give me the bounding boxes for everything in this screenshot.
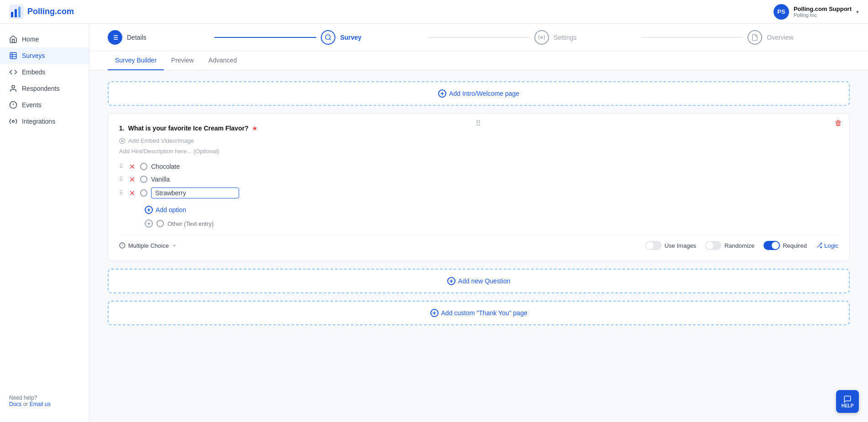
other-option-row: + Other (Text entry) <box>145 219 838 228</box>
survey-content: + Add Intro/Welcome page ⠿ 🗑 1. What is … <box>89 70 868 422</box>
user-name: Polling.com Support <box>794 5 852 12</box>
option-row-strawberry: ⠿ ✕ <box>119 188 838 198</box>
sidebar-item-respondents[interactable]: Respondents <box>0 80 89 97</box>
sidebar-footer: Need help? Docs or Email us <box>0 387 89 415</box>
tab-survey-builder[interactable]: Survey Builder <box>108 51 164 70</box>
user-info: Polling.com Support Polling Inc <box>794 5 852 18</box>
option-drag-handle-1[interactable]: ⠿ <box>119 163 124 170</box>
docs-link[interactable]: Docs <box>9 401 21 407</box>
question-type-button[interactable]: Multiple Choice <box>119 242 177 249</box>
step-survey[interactable]: Survey <box>321 30 423 45</box>
option-input-strawberry[interactable] <box>151 188 239 198</box>
svg-rect-2 <box>15 9 17 17</box>
option-delete-button-2[interactable]: ✕ <box>127 175 136 184</box>
sidebar-item-home[interactable]: Home <box>0 31 89 47</box>
required-label: Required <box>783 242 807 249</box>
user-company: Polling Inc <box>794 12 852 18</box>
step-line-1 <box>214 37 317 38</box>
add-intro-label: + Add Intro/Welcome page <box>438 89 519 98</box>
use-images-label: Use Images <box>664 242 696 249</box>
step-details-circle <box>108 30 122 45</box>
drag-handle[interactable]: ⠿ <box>476 119 482 128</box>
logic-label: Logic <box>824 242 838 249</box>
option-delete-button-1[interactable]: ✕ <box>127 162 136 171</box>
step-settings[interactable]: Settings <box>534 30 637 45</box>
add-question-label: + Add new Question <box>447 277 510 285</box>
option-drag-handle-2[interactable]: ⠿ <box>119 176 124 182</box>
other-option-radio[interactable] <box>157 220 164 227</box>
sidebar-item-integrations[interactable]: Integrations <box>0 113 89 130</box>
step-overview-label: Overview <box>767 34 793 41</box>
svg-rect-1 <box>11 12 13 17</box>
logic-button[interactable]: Logic <box>816 242 838 249</box>
add-option-button[interactable]: + Add option <box>145 204 186 216</box>
sidebar-item-embeds[interactable]: Embeds <box>0 64 89 80</box>
footer-right: Use Images Randomize Required Logic <box>645 241 838 250</box>
embed-button[interactable]: Add Embed Video/Image <box>119 137 838 144</box>
tab-survey-builder-label: Survey Builder <box>115 57 157 64</box>
use-images-toggle-group: Use Images <box>645 241 696 250</box>
option-drag-handle-3[interactable]: ⠿ <box>119 190 124 196</box>
add-option-plus-icon: + <box>145 206 153 214</box>
top-nav: Polling.com PS Polling.com Support Polli… <box>0 0 868 24</box>
step-details[interactable]: Details <box>108 30 210 45</box>
option-radio-3[interactable] <box>140 189 147 197</box>
sidebar-item-respondents-label: Respondents <box>22 85 60 92</box>
sidebar-item-surveys[interactable]: Surveys <box>0 47 89 64</box>
svg-point-12 <box>12 120 15 123</box>
sidebar-item-events[interactable]: Events <box>0 97 89 113</box>
sidebar: Home Surveys Embeds Respondents <box>0 24 89 422</box>
tab-preview-label: Preview <box>171 57 194 64</box>
tab-advanced[interactable]: Advanced <box>201 51 244 70</box>
step-line-3 <box>641 37 743 38</box>
option-text-1: Chocolate <box>151 163 180 170</box>
use-images-toggle[interactable] <box>645 241 662 250</box>
logo-text: Polling.com <box>27 7 74 16</box>
sidebar-item-embeds-label: Embeds <box>22 68 45 76</box>
tab-preview[interactable]: Preview <box>164 51 201 70</box>
step-wizard: Details Survey Settings <box>89 24 868 51</box>
step-overview[interactable]: Overview <box>748 30 850 45</box>
option-delete-button-3[interactable]: ✕ <box>127 188 136 198</box>
question-number: 1. <box>119 125 125 132</box>
options-list: ⠿ ✕ Chocolate ⠿ ✕ Vanilla ⠿ <box>119 162 838 198</box>
tab-advanced-label: Advanced <box>209 57 237 64</box>
add-option-label: Add option <box>156 206 186 214</box>
step-overview-circle <box>748 30 762 45</box>
email-link[interactable]: Email us <box>30 401 51 407</box>
svg-marker-23 <box>122 140 124 142</box>
svg-rect-3 <box>18 7 21 17</box>
content-area: Details Survey Settings <box>89 24 868 422</box>
main-layout: Home Surveys Embeds Respondents <box>0 24 868 422</box>
svg-line-20 <box>330 39 331 40</box>
option-radio-1[interactable] <box>140 163 147 170</box>
add-intro-plus-icon: + <box>438 89 446 98</box>
user-area[interactable]: PS Polling.com Support Polling Inc ▾ <box>774 4 859 20</box>
randomize-toggle[interactable] <box>705 241 722 250</box>
required-toggle[interactable] <box>763 241 780 250</box>
question-footer: Multiple Choice Use Images Randomize <box>119 235 838 250</box>
logo[interactable]: Polling.com <box>9 5 74 19</box>
or-text: or <box>23 401 30 407</box>
add-thank-you-box[interactable]: + Add custom "Thank You" page <box>108 301 850 325</box>
events-icon <box>9 101 17 109</box>
option-row-chocolate: ⠿ ✕ Chocolate <box>119 162 838 171</box>
embeds-icon <box>9 68 17 76</box>
step-settings-circle <box>534 30 549 45</box>
hint-input[interactable]: Add Hint/Description here... (Optional) <box>119 148 838 155</box>
step-survey-label: Survey <box>340 34 361 41</box>
sidebar-item-events-label: Events <box>22 101 42 109</box>
svg-point-8 <box>12 85 15 88</box>
help-button[interactable]: HELP <box>836 390 859 413</box>
add-question-box[interactable]: + Add new Question <box>108 269 850 293</box>
chevron-down-icon[interactable]: ▾ <box>856 9 859 15</box>
sidebar-item-integrations-label: Integrations <box>22 118 55 125</box>
sidebar-item-home-label: Home <box>22 36 39 43</box>
required-star: ★ <box>252 125 258 132</box>
option-radio-2[interactable] <box>140 176 147 183</box>
delete-question-button[interactable]: 🗑 <box>835 119 842 127</box>
step-line-2 <box>428 37 530 38</box>
step-survey-circle <box>321 30 335 45</box>
help-label: HELP <box>842 403 854 408</box>
add-intro-box[interactable]: + Add Intro/Welcome page <box>108 81 850 106</box>
